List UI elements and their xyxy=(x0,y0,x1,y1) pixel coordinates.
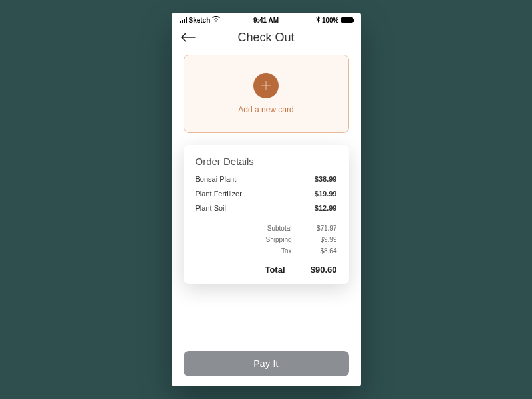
shipping-value: $9.99 xyxy=(311,236,337,243)
bluetooth-icon xyxy=(316,16,320,24)
page-title: Check Out xyxy=(237,31,294,45)
total-value: $90.60 xyxy=(304,265,337,275)
add-card-panel[interactable]: Add a new card xyxy=(184,55,349,133)
item-price: $38.99 xyxy=(315,175,337,183)
back-button[interactable] xyxy=(181,31,196,44)
shipping-label: Shipping xyxy=(266,236,292,243)
divider xyxy=(196,259,337,259)
clock: 9:41 AM xyxy=(253,17,279,24)
add-card-label: Add a new card xyxy=(238,105,293,114)
tax-label: Tax xyxy=(281,247,292,255)
divider xyxy=(196,219,337,219)
header: Check Out xyxy=(172,25,361,51)
tax-row: Tax $8.64 xyxy=(196,247,337,255)
item-price: $12.99 xyxy=(315,204,337,212)
tax-value: $8.64 xyxy=(311,247,337,255)
wifi-icon xyxy=(212,16,220,23)
shipping-row: Shipping $9.99 xyxy=(196,236,337,243)
subtotal-row: Subtotal $71.97 xyxy=(196,225,337,232)
subtotal-value: $71.97 xyxy=(311,225,337,232)
order-line-item: Plant Fertilizer $19.99 xyxy=(196,190,337,198)
pay-button[interactable]: Pay It xyxy=(184,351,349,376)
item-price: $19.99 xyxy=(315,190,337,198)
item-name: Plant Soil xyxy=(196,204,226,212)
status-bar: Sketch 9:41 AM 100% xyxy=(172,13,361,25)
total-label: Total xyxy=(265,265,285,275)
item-name: Bonsai Plant xyxy=(196,175,237,183)
order-line-item: Plant Soil $12.99 xyxy=(196,204,337,212)
signal-icon xyxy=(180,17,187,23)
item-name: Plant Fertilizer xyxy=(196,190,242,198)
subtotal-label: Subtotal xyxy=(267,225,292,232)
phone-frame: Sketch 9:41 AM 100% Check Out Add a new … xyxy=(172,13,361,386)
total-row: Total $90.60 xyxy=(196,265,337,275)
plus-icon xyxy=(253,73,279,98)
order-details-title: Order Details xyxy=(196,156,337,167)
battery-icon xyxy=(341,17,353,23)
carrier-label: Sketch xyxy=(189,17,211,24)
order-line-item: Bonsai Plant $38.99 xyxy=(196,175,337,183)
order-details-card: Order Details Bonsai Plant $38.99 Plant … xyxy=(184,145,349,284)
battery-pct: 100% xyxy=(322,17,339,24)
